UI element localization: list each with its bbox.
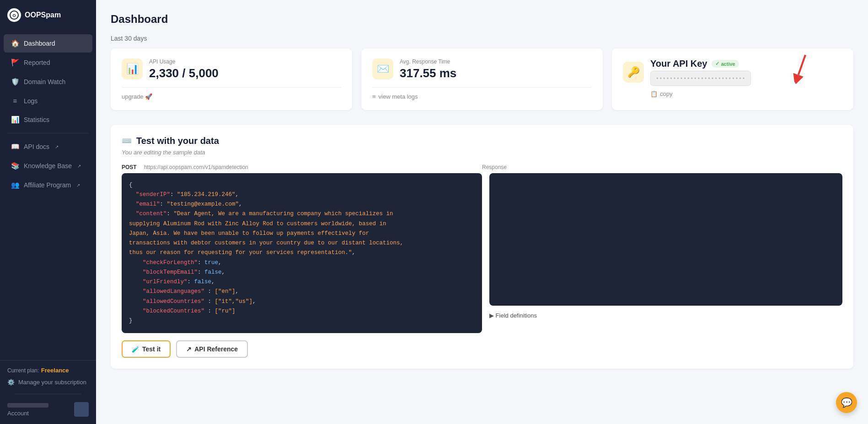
sidebar-divider: [7, 133, 89, 133]
sidebar-item-label: Reported: [24, 59, 50, 66]
api-key-input-row: [650, 71, 751, 86]
response-time-icon: ✉️: [372, 58, 393, 80]
response-time-value: 317.55 ms: [400, 67, 592, 80]
copy-button[interactable]: 📋 copy: [650, 90, 672, 97]
sidebar-item-label: Knowledge Base: [24, 162, 72, 170]
field-definitions-toggle[interactable]: ▶ Field definitions: [482, 312, 842, 319]
api-usage-label: API Usage: [149, 58, 341, 65]
api-usage-card: 📊 API Usage 2,330 / 5,000 upgrade 🚀: [111, 48, 352, 110]
current-plan-row: Current plan: Freelance: [7, 366, 89, 374]
api-ref-label: API Reference: [194, 345, 238, 353]
response-time-card: ✉️ Avg. Response Time 317.55 ms ≡ view m…: [361, 48, 603, 110]
sidebar-item-statistics[interactable]: 📊 Statistics: [4, 111, 92, 129]
reported-icon: 🚩: [11, 58, 19, 67]
sidebar-item-knowledge-base[interactable]: 📚 Knowledge Base ↗: [4, 157, 92, 175]
api-usage-info: API Usage 2,330 / 5,000: [149, 58, 341, 80]
account-avatar[interactable]: [74, 402, 89, 417]
brand-logo: O OOPSpam: [0, 0, 96, 30]
code-editor[interactable]: { "senderIP": "185.234.219.246", "email"…: [122, 173, 482, 334]
current-plan-value: Freelance: [41, 367, 69, 374]
external-link-icon: ↗: [76, 183, 80, 188]
manage-sub-label: Manage your subscription: [18, 379, 86, 386]
test-col-right: Response ▶ Field definitions: [482, 164, 842, 334]
api-key-field[interactable]: [650, 71, 751, 86]
test-section-title: ⌨️ Test with your data: [122, 136, 842, 146]
test-section-subtitle: You are editing the sample data: [122, 149, 842, 156]
sidebar: O OOPSpam 🏠 Dashboard 🚩 Reported 🛡️ Doma…: [0, 0, 96, 424]
view-meta-logs-label: view meta logs: [379, 93, 418, 100]
account-info: Account: [7, 402, 48, 417]
test-col-left-header: POST https://api.oopspam.com/v1/spamdete…: [122, 164, 482, 170]
active-badge: ✓ active: [712, 60, 739, 68]
checkmark-icon: ✓: [715, 61, 719, 67]
api-key-icon: 🔑: [623, 62, 644, 83]
stats-row: 📊 API Usage 2,330 / 5,000 upgrade 🚀 ✉️ A…: [111, 48, 853, 110]
api-key-title-row: Your API Key ✓ active: [650, 58, 751, 69]
response-time-label: Avg. Response Time: [400, 58, 592, 65]
sidebar-item-label: Affiliate Program: [24, 181, 71, 189]
response-time-info: Avg. Response Time 317.55 ms: [400, 58, 592, 80]
settings-icon: ⚙️: [7, 379, 15, 386]
upgrade-label: upgrade 🚀: [122, 93, 152, 100]
api-reference-button[interactable]: ↗ API Reference: [176, 340, 248, 358]
sidebar-item-label: API docs: [24, 143, 49, 150]
api-usage-icon: 📊: [122, 58, 143, 80]
sidebar-bottom: Current plan: Freelance ⚙️ Manage your s…: [0, 360, 96, 424]
response-area: [489, 173, 842, 306]
sidebar-item-api-docs[interactable]: 📖 API docs ↗: [4, 138, 92, 156]
api-key-title: Your API Key: [650, 58, 707, 69]
test-col-right-header: Response: [482, 164, 842, 170]
statistics-icon: 📊: [11, 116, 19, 124]
active-label: active: [721, 61, 735, 67]
sidebar-item-dashboard[interactable]: 🏠 Dashboard: [4, 34, 92, 53]
account-label: Account: [7, 410, 48, 417]
manage-subscription-button[interactable]: ⚙️ Manage your subscription: [7, 374, 89, 390]
test-section: ⌨️ Test with your data You are editing t…: [111, 125, 853, 369]
current-plan-label: Current plan:: [7, 367, 39, 374]
chat-icon: 💬: [841, 397, 852, 408]
sidebar-item-label: Domain Watch: [24, 78, 65, 85]
copy-label: copy: [660, 90, 672, 97]
copy-row: 📋 copy: [623, 90, 842, 97]
page-title: Dashboard: [111, 13, 853, 26]
sidebar-item-label: Logs: [24, 97, 38, 105]
sidebar-item-reported[interactable]: 🚩 Reported: [4, 53, 92, 72]
response-time-top: ✉️ Avg. Response Time 317.55 ms: [372, 58, 592, 80]
domain-watch-icon: 🛡️: [11, 78, 19, 86]
field-defs-label: ▶ Field definitions: [489, 312, 537, 319]
affiliate-icon: 👥: [11, 181, 19, 189]
period-label: Last 30 days: [111, 35, 853, 42]
external-link-icon: ↗: [77, 164, 81, 169]
api-docs-icon: 📖: [11, 143, 19, 151]
external-arrow-icon: ↗: [186, 345, 192, 353]
sidebar-item-domain-watch[interactable]: 🛡️ Domain Watch: [4, 73, 92, 91]
brand-name: OOPSpam: [25, 11, 61, 19]
response-label: Response: [482, 164, 507, 170]
account-section: Account: [7, 398, 89, 419]
api-key-card: 🔑 Your API Key ✓ active �: [612, 48, 853, 110]
dashboard-icon: 🏠: [11, 39, 19, 48]
upgrade-button[interactable]: upgrade 🚀: [122, 87, 341, 100]
test-columns: POST https://api.oopspam.com/v1/spamdete…: [122, 164, 842, 334]
test-col-left: POST https://api.oopspam.com/v1/spamdete…: [122, 164, 482, 334]
terminal-icon: ⌨️: [122, 136, 132, 146]
sidebar-bottom-divider: [15, 394, 81, 394]
view-meta-logs-button[interactable]: ≡ view meta logs: [372, 87, 592, 100]
test-section-title-text: Test with your data: [136, 136, 219, 146]
test-it-button[interactable]: 🧪 Test it: [122, 340, 171, 358]
knowledge-base-icon: 📚: [11, 162, 19, 170]
chat-support-button[interactable]: 💬: [836, 392, 857, 413]
sidebar-item-logs[interactable]: ≡ Logs: [4, 92, 92, 110]
api-usage-top: 📊 API Usage 2,330 / 5,000: [122, 58, 341, 80]
svg-text:O: O: [12, 13, 16, 18]
logs-icon: ≡: [11, 97, 19, 105]
sidebar-nav: 🏠 Dashboard 🚩 Reported 🛡️ Domain Watch ≡…: [0, 30, 96, 360]
sidebar-item-affiliate[interactable]: 👥 Affiliate Program ↗: [4, 176, 92, 194]
endpoint-url: https://api.oopspam.com/v1/spamdetection: [144, 164, 248, 170]
flask-icon: 🧪: [132, 345, 139, 353]
api-usage-value: 2,330 / 5,000: [149, 67, 341, 80]
sidebar-item-label: Statistics: [24, 116, 49, 123]
copy-icon: 📋: [650, 90, 658, 97]
api-key-title-block: Your API Key ✓ active: [650, 58, 751, 86]
account-email-blurred: [7, 403, 48, 408]
